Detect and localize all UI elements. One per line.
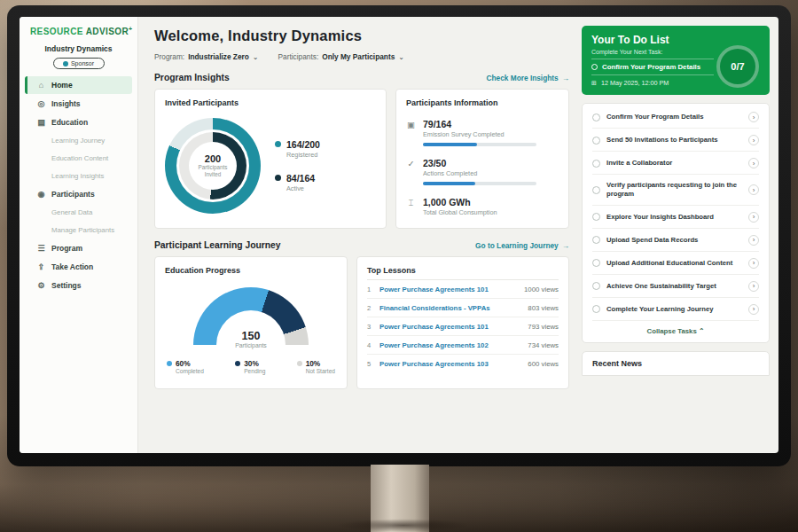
calendar-icon: ⊞ [591,79,597,87]
task-checkbox[interactable] [592,137,600,145]
invited-participants-body: 200 Participants Invited [165,118,376,214]
legend-item-not-started: 10% Not Started [297,359,335,374]
monitor: RESOURCE ADVISOR+ Industry Dynamics Spon… [7,5,791,466]
program-icon: ☰ [36,244,46,253]
lesson-title-link[interactable]: Power Purchase Agreements 102 [379,341,528,349]
task-checkbox[interactable] [592,213,600,221]
participants-information-card: Participants Information ▣ 79/164 Emissi… [395,89,569,229]
sidebar-item-label: Learning Journey [51,137,105,145]
photo-background: RESOURCE ADVISOR+ Industry Dynamics Spon… [0,0,798,532]
task-label: Send 50 Invitations to Participants [606,136,742,145]
education-progress-title: Education Progress [165,266,337,275]
sidebar-item-general-data[interactable]: General Data [25,204,132,221]
lesson-views: 600 views [528,360,559,368]
gauge-center-value: 150 [193,330,309,342]
task-checkbox[interactable] [592,282,600,290]
lesson-rank: 3 [367,323,379,331]
check-more-insights-link[interactable]: Check More Insights → [487,74,569,82]
chevron-right-icon: › [748,135,759,145]
lesson-title-link[interactable]: Financial Considerations - VPPAs [379,304,528,312]
top-lessons-title: Top Lessons [367,266,559,280]
sidebar-item-label: Education Content [51,154,108,162]
todo-summary-card: Your To Do List Complete Your Next Task:… [582,26,770,95]
task-checkbox[interactable] [592,113,600,121]
sidebar-item-education[interactable]: ▤Education [25,113,132,131]
check-more-insights-label: Check More Insights [487,74,559,82]
sidebar-item-learning-insights[interactable]: Learning Insights [25,168,132,184]
go-to-learning-journey-link[interactable]: Go to Learning Journey → [475,241,569,250]
check-icon: ✓ [406,159,416,185]
legend-item-registered: 164/200 Registered [275,139,320,159]
home-icon: ⌂ [36,81,46,90]
insights-cards-row: Invited Participants 200 Participants In… [154,89,569,229]
stat-label: Emission Survey Completed [423,130,536,138]
sidebar-item-insights[interactable]: ◎Insights [25,95,132,113]
program-filter-label: Program: [154,52,184,61]
chevron-right-icon: › [748,212,759,223]
task-row-invite-a-collaborator[interactable]: Invite a Collaborator› [592,152,759,175]
arrow-right-icon: → [562,74,569,82]
lesson-views: 734 views [528,341,559,349]
chevron-right-icon: › [748,158,759,168]
app-logo: RESOURCE ADVISOR+ [20,26,137,36]
education-icon: ▤ [36,118,46,127]
sidebar-item-manage-participants[interactable]: Manage Participants [25,222,132,239]
task-label: Achieve One Sustainability Target [606,282,742,291]
participants-filter[interactable]: Participants: Only My Participants ⌄ [278,52,404,61]
progress-track [423,182,536,185]
task-row-complete-your-learning-journey[interactable]: Complete Your Learning Journey› [592,298,759,321]
monitor-stand-shadow [337,519,470,532]
gauge-center: 150 Participants [193,330,309,348]
legend-item-completed: 60% Completed [167,359,204,374]
sidebar-item-label: Take Action [51,262,93,271]
sidebar-item-label: Home [51,81,73,90]
sidebar-item-label: Insights [51,99,81,108]
sidebar-item-home[interactable]: ⌂Home [25,76,132,94]
logo-text-advisor: ADVISOR [86,27,129,36]
top-lessons-card: Top Lessons 1Power Purchase Agreements 1… [356,256,569,389]
task-checkbox[interactable] [592,259,600,267]
sidebar-nav: ⌂Home◎Insights▤EducationLearning Journey… [20,76,137,294]
sidebar-item-program[interactable]: ☰Program [25,239,132,257]
sponsor-badge: Sponsor [53,58,105,69]
program-filter[interactable]: Program: Industrialize Zero ⌄ [154,52,259,61]
collapse-tasks-link[interactable]: Collapse Tasks ⌃ [592,321,759,339]
settings-icon: ⚙ [36,281,46,290]
lesson-row: 3Power Purchase Agreements 101793 views [367,317,559,336]
task-row-upload-additional-educational-content[interactable]: Upload Additional Educational Content› [592,252,759,275]
task-row-confirm-your-program-details[interactable]: Confirm Your Program Details› [592,106,759,129]
lesson-title-link[interactable]: Power Purchase Agreements 103 [379,360,528,368]
task-label: Verify participants requesting to join t… [606,181,742,200]
task-label: Upload Spend Data Records [606,236,742,245]
program-insights-title: Program Insights [154,73,230,82]
task-row-upload-spend-data-records[interactable]: Upload Spend Data Records› [592,229,759,252]
progress-track [423,143,536,146]
gauge-center-label: Participants [193,342,309,348]
stat-emission-survey: ▣ 79/164 Emission Survey Completed [406,119,559,146]
task-row-explore-your-insights-dashboard[interactable]: Explore Your Insights Dashboard› [592,206,759,229]
chevron-up-icon: ⌃ [699,327,705,335]
task-checkbox[interactable] [592,305,600,313]
task-checkbox[interactable] [592,186,600,194]
participants-information-title: Participants Information [406,98,559,107]
stat-global-consumption: ⌶ 1,000 GWh Total Global Consumption [406,197,559,216]
invited-donut-chart: 200 Participants Invited [165,118,261,214]
pending-dot-icon [235,361,240,366]
sidebar-item-settings[interactable]: ⚙Settings [25,277,132,294]
sidebar-item-label: Participants [51,190,95,199]
task-row-achieve-one-sustainability-target[interactable]: Achieve One Sustainability Target› [592,275,759,298]
lesson-title-link[interactable]: Power Purchase Agreements 101 [379,286,524,293]
task-checkbox[interactable] [592,236,600,244]
sidebar-item-learning-journey[interactable]: Learning Journey [25,132,132,149]
task-row-verify-participants-requesting-to-join-the-program[interactable]: Verify participants requesting to join t… [592,175,759,206]
invited-participants-title: Invited Participants [165,98,376,107]
task-row-send-50-invitations-to-participants[interactable]: Send 50 Invitations to Participants› [592,129,759,152]
donut-center-label: Participants Invited [193,164,232,177]
sidebar-item-take-action[interactable]: ⇪Take Action [25,258,132,276]
lesson-title-link[interactable]: Power Purchase Agreements 101 [379,323,528,331]
sidebar-item-participants[interactable]: ◉Participants [25,185,132,203]
task-checkbox[interactable] [592,160,600,168]
todo-next-task[interactable]: Confirm Your Program Details [591,59,714,75]
legend-item-pending: 30% Pending [235,359,265,374]
sidebar-item-education-content[interactable]: Education Content [25,150,132,167]
